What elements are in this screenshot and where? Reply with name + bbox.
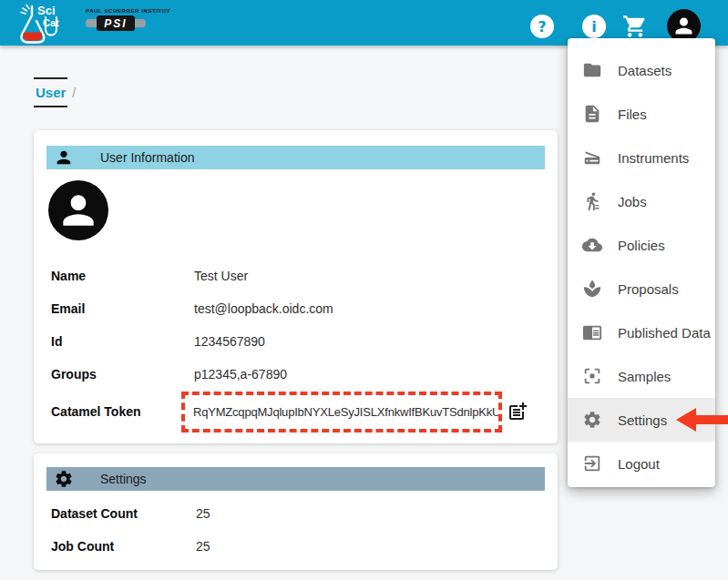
- center-focus-icon: [582, 366, 602, 386]
- exit-icon: [582, 453, 602, 473]
- scicat-logo[interactable]: Sci Cat: [11, 2, 66, 48]
- gear-icon: [54, 469, 74, 489]
- field-value: 25: [196, 539, 210, 554]
- cloud-download-icon: [582, 235, 602, 255]
- user-dropdown-menu: Datasets Files Instruments Jobs Policies…: [568, 38, 715, 487]
- field-label: Groups: [51, 367, 194, 382]
- psi-caption: PAUL SCHERRER INSTITUT: [86, 8, 155, 14]
- menu-item-settings[interactable]: Settings: [568, 398, 715, 442]
- catamel-token-value: RqYMZcqpqMJqlupIbNYXLeSyJISLXfnkwIfBKuvT…: [193, 405, 500, 419]
- breadcrumb: User /: [34, 77, 76, 107]
- user-information-card: User Information Name Test User Email te…: [34, 130, 558, 443]
- user-card-title: User Information: [100, 150, 194, 165]
- field-row-id: Id 1234567890: [34, 325, 558, 358]
- file-icon: [582, 104, 602, 124]
- menu-item-label: Published Data: [618, 325, 711, 341]
- person-icon: [54, 148, 74, 168]
- gear-icon: [582, 410, 602, 430]
- menu-item-jobs[interactable]: Jobs: [568, 179, 715, 223]
- menu-item-proposals[interactable]: Proposals: [568, 267, 715, 310]
- field-row-email: Email test@loopback.oidc.com: [34, 292, 558, 325]
- menu-item-published-data[interactable]: Published Data: [568, 310, 715, 354]
- folder-icon: [582, 60, 602, 80]
- menu-item-label: Samples: [618, 369, 671, 384]
- menu-item-label: Files: [618, 107, 647, 122]
- breadcrumb-separator: /: [72, 86, 76, 100]
- field-row-groups: Groups p12345,a-67890: [34, 358, 558, 391]
- token-highlight-annotation: RqYMZcqpqMJqlupIbNYXLeSyJISLXfnkwIfBKuvT…: [181, 392, 502, 432]
- menu-item-label: Logout: [618, 456, 660, 472]
- menu-item-samples[interactable]: Samples: [568, 354, 715, 398]
- question-mark-icon: ?: [538, 18, 546, 36]
- field-label: Email: [51, 301, 194, 316]
- user-card-header: User Information: [46, 146, 545, 169]
- field-label: Dataset Count: [51, 506, 196, 521]
- person-icon: [56, 188, 101, 233]
- menu-item-logout[interactable]: Logout: [568, 442, 715, 485]
- menu-item-files[interactable]: Files: [568, 92, 715, 136]
- scicat-flask-icon: Sci Cat: [11, 2, 66, 45]
- reader-icon: [582, 322, 602, 342]
- menu-item-label: Settings: [618, 412, 667, 428]
- field-row-dataset-count: Dataset Count 25: [34, 497, 558, 530]
- menu-item-label: Policies: [618, 238, 665, 253]
- psi-logo: PAUL SCHERRER INSTITUT PSI: [86, 8, 155, 31]
- field-row-job-count: Job Count 25: [34, 530, 558, 563]
- about-button[interactable]: i: [582, 15, 606, 38]
- help-button[interactable]: ?: [530, 15, 554, 38]
- field-row-catamel-token: Catamel Token RqYMZcqpqMJqlupIbNYXLeSyJI…: [34, 391, 558, 432]
- settings-card: Settings Dataset Count 25 Job Count 25: [34, 453, 558, 570]
- breadcrumb-user-link[interactable]: User: [34, 77, 67, 107]
- svg-text:Cat: Cat: [43, 17, 59, 28]
- menu-item-label: Jobs: [618, 194, 647, 209]
- field-label: Name: [51, 269, 194, 283]
- psi-wordmark: PSI: [97, 15, 135, 31]
- field-value: p12345,a-67890: [194, 367, 287, 382]
- user-fields: Name Test User Email test@loopback.oidc.…: [34, 259, 558, 432]
- menu-item-instruments[interactable]: Instruments: [568, 136, 715, 179]
- scanner-icon: [582, 148, 602, 168]
- settings-card-title: Settings: [100, 472, 147, 486]
- shopping-cart-icon: [622, 14, 648, 39]
- menu-item-policies[interactable]: Policies: [568, 223, 715, 267]
- info-icon: i: [591, 18, 596, 36]
- person-icon: [672, 14, 696, 38]
- menu-item-label: Datasets: [618, 63, 672, 78]
- settings-card-header: Settings: [46, 467, 545, 491]
- copy-token-button[interactable]: [507, 401, 528, 422]
- cart-button[interactable]: [622, 14, 648, 39]
- field-label: Id: [51, 334, 194, 349]
- settings-fields: Dataset Count 25 Job Count 25: [34, 497, 558, 563]
- walk-icon: [582, 191, 602, 211]
- field-label: Catamel Token: [51, 404, 194, 419]
- spa-icon: [582, 279, 602, 299]
- field-value: Test User: [194, 269, 248, 283]
- svg-text:Sci: Sci: [37, 4, 56, 17]
- menu-item-label: Instruments: [618, 150, 689, 166]
- menu-item-label: Proposals: [618, 281, 679, 297]
- field-value: 25: [196, 506, 210, 521]
- field-value: test@loopback.oidc.com: [194, 301, 333, 316]
- profile-avatar: [48, 180, 108, 240]
- field-row-name: Name Test User: [34, 259, 558, 292]
- field-label: Job Count: [51, 539, 196, 554]
- field-value: 1234567890: [194, 334, 265, 349]
- menu-item-datasets[interactable]: Datasets: [568, 48, 715, 92]
